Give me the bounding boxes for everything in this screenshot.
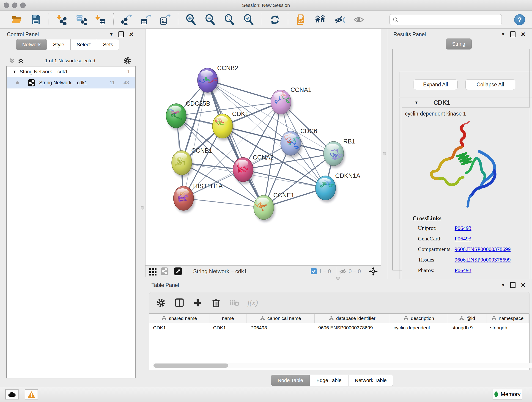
column-header-canonical-name[interactable]: canonical name <box>247 314 315 323</box>
crosslink-link[interactable]: 9606.ENSP00000378699 <box>455 246 511 252</box>
network-node-cdk1[interactable] <box>212 114 234 140</box>
network-canvas[interactable]: CCNB2CCNA1CDC25BCDK1CDC6RB1CCNB1CCNA2CDK… <box>145 29 381 265</box>
tab-network[interactable]: Network <box>16 39 47 50</box>
protein-header[interactable]: ▼ CDK1 <box>400 98 532 107</box>
table-cell[interactable]: CDK1 <box>149 323 209 332</box>
collection-caret-icon[interactable]: ▼ <box>13 70 17 74</box>
grid-view-icon[interactable] <box>149 267 157 275</box>
network-node-cdc6[interactable] <box>281 131 305 158</box>
birdseye-navigator-icon[interactable] <box>369 267 378 276</box>
tab-style[interactable]: Style <box>47 39 70 50</box>
import-network-database-button[interactable] <box>75 13 88 26</box>
export-image-button[interactable] <box>158 13 171 26</box>
hide-selected-button[interactable] <box>333 13 346 26</box>
crosslink-link[interactable]: P06493 <box>455 236 471 242</box>
network-node-ccnb2[interactable] <box>192 68 219 95</box>
network-graph[interactable]: CCNB2CCNA1CDC25BCDK1CDC6RB1CCNB1CCNA2CDK… <box>146 29 381 265</box>
left-splitter-grip[interactable] <box>141 206 144 210</box>
gear-icon[interactable] <box>123 57 132 65</box>
delete-table-button[interactable] <box>229 298 240 308</box>
scrollbar-thumb[interactable] <box>153 364 228 368</box>
table-settings-button[interactable] <box>156 298 166 308</box>
zoom-fit-button[interactable] <box>223 13 236 26</box>
function-builder-icon[interactable]: f(x) <box>247 299 258 307</box>
horizontal-scrollbar[interactable] <box>152 363 532 368</box>
column-header-name[interactable]: name <box>209 314 247 323</box>
toolbar-separator <box>113 13 114 26</box>
cloud-status-button[interactable] <box>5 389 19 400</box>
table-cell[interactable]: cyclin-dependent ... <box>390 323 448 332</box>
search-input[interactable] <box>389 14 502 25</box>
tab-node-table[interactable]: Node Table <box>271 375 310 386</box>
network-node-ccne1[interactable] <box>254 195 275 222</box>
panel-menu-icon[interactable]: ▼ <box>501 283 505 288</box>
zoom-in-button[interactable] <box>185 13 197 26</box>
string-badge-icon[interactable] <box>161 268 168 275</box>
export-table-button[interactable] <box>139 13 152 26</box>
show-columns-button[interactable] <box>174 298 185 308</box>
tab-string[interactable]: String <box>446 38 472 50</box>
crosslink-link[interactable]: P06493 <box>455 225 471 231</box>
float-panel-icon[interactable] <box>119 32 124 37</box>
column-header-namespace[interactable]: namespace <box>486 314 529 323</box>
table-cell[interactable]: CDK1 <box>209 323 247 332</box>
panel-menu-icon[interactable]: ▼ <box>501 32 505 37</box>
zoom-out-icon <box>205 14 216 25</box>
add-column-button[interactable] <box>192 298 203 308</box>
column-header--id[interactable]: @id <box>448 314 486 323</box>
duplicate-network-button[interactable] <box>295 13 307 26</box>
memory-button[interactable]: Memory <box>493 389 522 400</box>
tab-select[interactable]: Select <box>70 39 97 50</box>
selected-checkbox-icon[interactable] <box>311 268 317 274</box>
collapse-all-button[interactable]: Collapse All <box>465 79 515 90</box>
crosslink-row: Compartments:9606.ENSP00000378699 <box>402 244 530 254</box>
expand-all-button[interactable]: Expand All <box>413 79 457 90</box>
zoom-out-button[interactable] <box>204 13 217 26</box>
save-session-button[interactable] <box>29 13 42 26</box>
table-cell[interactable]: 9606.ENSP00000378699 <box>315 323 390 332</box>
delete-column-button[interactable] <box>211 298 221 308</box>
network-node-cdkn1a[interactable] <box>316 176 337 202</box>
close-panel-icon[interactable]: ✕ <box>129 32 134 37</box>
import-network-button[interactable] <box>56 13 68 26</box>
crosslink-label: Uniprot: <box>418 225 455 231</box>
crosslink-link[interactable]: 9606.ENSP00000378699 <box>455 257 511 263</box>
hidden-eye-icon[interactable] <box>339 268 347 275</box>
tab-sets[interactable]: Sets <box>97 39 119 50</box>
column-header-shared-name[interactable]: shared name <box>149 314 209 323</box>
help-button[interactable]: ? <box>514 14 525 25</box>
first-neighbors-button[interactable] <box>314 13 327 26</box>
crosslink-link[interactable]: P06493 <box>455 267 471 274</box>
warning-status-button[interactable] <box>25 389 38 400</box>
column-header-description[interactable]: description <box>390 314 448 323</box>
network-node-cdc25b[interactable] <box>166 104 188 130</box>
float-panel-icon[interactable] <box>510 32 515 37</box>
network-node-ccna2[interactable] <box>233 157 254 184</box>
network-row[interactable]: String Network – cdk1 11 48 <box>7 77 135 89</box>
table-row[interactable]: CDK1CDK1P064939606.ENSP00000378699cyclin… <box>149 323 529 332</box>
table-cell[interactable]: stringdb:9... <box>448 323 486 332</box>
column-header-database-identifier[interactable]: database identifier <box>315 314 390 323</box>
table-cell[interactable]: stringdb <box>486 323 529 332</box>
crosslink-row: Uniprot:P06493 <box>402 223 530 233</box>
close-panel-icon[interactable]: ✕ <box>520 32 526 37</box>
open-session-button[interactable] <box>10 13 23 26</box>
close-panel-icon[interactable]: ✕ <box>520 283 526 287</box>
tab-edge-table[interactable]: Edge Table <box>310 375 348 386</box>
open-in-new-icon[interactable] <box>174 268 182 275</box>
tab-network-table[interactable]: Network Table <box>348 375 393 386</box>
horizontal-splitter-grip[interactable] <box>336 277 340 280</box>
network-collection-row[interactable]: ▼ String Network – cdk1 1 <box>7 66 135 77</box>
network-node-ccna1[interactable] <box>271 90 292 116</box>
refresh-button[interactable] <box>268 13 281 26</box>
export-network-button[interactable] <box>120 13 133 26</box>
network-node-rb1[interactable] <box>323 141 345 168</box>
right-splitter-grip[interactable] <box>383 152 386 155</box>
show-all-button[interactable] <box>352 13 365 26</box>
float-panel-icon[interactable] <box>510 282 515 288</box>
panel-menu-icon[interactable]: ▼ <box>109 32 114 37</box>
protein-caret-icon[interactable]: ▼ <box>414 100 418 105</box>
zoom-selected-button[interactable] <box>242 13 255 26</box>
import-table-button[interactable] <box>94 13 107 26</box>
table-cell[interactable]: P06493 <box>247 323 315 332</box>
